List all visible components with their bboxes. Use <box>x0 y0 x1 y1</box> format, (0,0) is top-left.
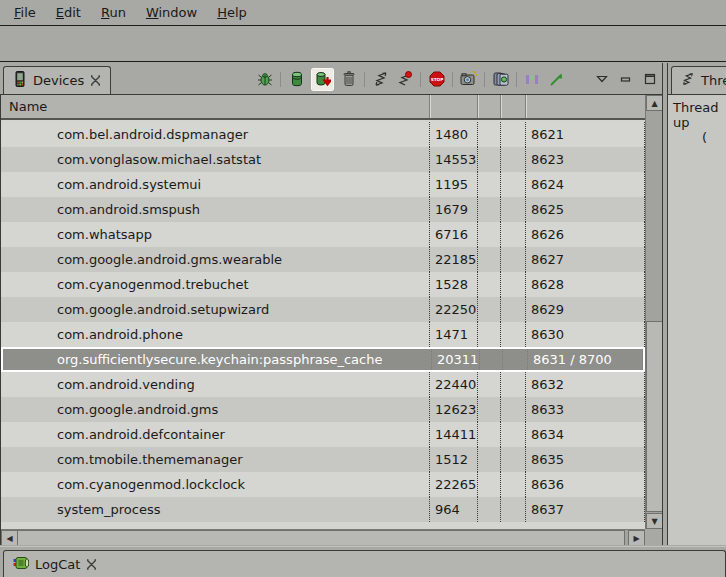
view-hierarchy-icon[interactable] <box>492 71 509 88</box>
column-header-3[interactable] <box>500 95 525 118</box>
row-port: 8628 <box>525 272 645 297</box>
tab-devices[interactable]: Devices <box>3 66 111 94</box>
scroll-right-button[interactable]: ▶ <box>628 530 645 545</box>
vertical-scrollbar-thumb[interactable] <box>646 321 662 512</box>
scroll-up-button[interactable]: ▲ <box>646 95 662 111</box>
row-empty-cell <box>500 247 525 272</box>
main-toolbar-strip <box>0 27 726 62</box>
row-pid: 964 <box>429 497 477 522</box>
horizontal-scrollbar[interactable]: ◀ ▶ <box>1 529 645 545</box>
toolbar-separator <box>484 72 485 87</box>
devices-toolbar: STOP <box>256 67 658 91</box>
row-empty-cell <box>500 297 525 322</box>
table-row[interactable]: com.android.defcontainer 14411 8634 <box>1 422 645 447</box>
row-package-name: com.google.android.setupwizard <box>1 297 429 322</box>
row-port: 8634 <box>525 422 645 447</box>
table-row[interactable]: com.android.phone 1471 8630 <box>1 322 645 347</box>
maximize-icon[interactable] <box>641 71 658 88</box>
toolbar-separator <box>280 72 281 87</box>
update-threads-icon[interactable] <box>372 71 389 88</box>
threads-tabstrip: Threads <box>668 63 726 95</box>
table-row[interactable]: com.vonglasow.michael.satstat 14553 8623 <box>1 147 645 172</box>
row-package-name: com.bel.android.dspmanager <box>1 122 429 147</box>
table-row[interactable]: com.cyanogenmod.lockclock 22265 8636 <box>1 472 645 497</box>
toolbar-separator <box>516 72 517 87</box>
column-header-2[interactable] <box>477 95 500 118</box>
horizontal-scrollbar-thumb[interactable] <box>17 530 625 545</box>
column-header-name[interactable]: Name <box>1 95 429 118</box>
row-empty-cell <box>500 197 525 222</box>
dump-hprof-icon[interactable] <box>314 71 331 88</box>
menu-edit[interactable]: Edit <box>46 3 91 22</box>
table-row[interactable]: com.google.android.gms.wearable 22185 86… <box>1 247 645 272</box>
threads-icon <box>681 72 695 89</box>
row-package-name: com.google.android.gms.wearable <box>1 247 429 272</box>
stop-process-icon[interactable]: STOP <box>428 71 445 88</box>
scroll-left-button[interactable]: ◀ <box>1 530 18 545</box>
row-pid: 22440 <box>429 372 477 397</box>
table-row[interactable]: com.bel.android.dspmanager 1480 8621 <box>1 122 645 147</box>
method-profiling-icon[interactable] <box>396 71 413 88</box>
table-row[interactable]: com.android.vending 22440 8632 <box>1 372 645 397</box>
row-pid: 22185 <box>429 247 477 272</box>
device-table: Name com.bel.android.dspmanager 1480 862… <box>0 95 662 545</box>
row-empty-cell <box>477 422 500 447</box>
systrace-icon[interactable] <box>524 71 541 88</box>
table-row[interactable]: com.android.smspush 1679 8625 <box>1 197 645 222</box>
table-row[interactable]: com.cyanogenmod.trebuchet 1528 8628 <box>1 272 645 297</box>
row-port: 8636 <box>525 472 645 497</box>
column-header-pid[interactable] <box>429 95 477 118</box>
row-empty-cell <box>500 397 525 422</box>
screen-capture-icon[interactable] <box>460 71 477 88</box>
close-icon[interactable] <box>90 75 101 86</box>
row-pid: 12623 <box>429 397 477 422</box>
row-empty-cell <box>477 197 500 222</box>
menu-file[interactable]: File <box>4 3 46 22</box>
row-empty-cell <box>502 349 527 370</box>
view-menu-icon[interactable] <box>593 71 610 88</box>
table-row[interactable]: system_process 964 8637 <box>1 497 645 522</box>
minimize-icon[interactable] <box>617 71 634 88</box>
menu-run[interactable]: Run <box>91 3 136 22</box>
row-empty-cell <box>500 472 525 497</box>
tab-threads[interactable]: Threads <box>671 66 726 94</box>
row-pid: 1512 <box>429 447 477 472</box>
toolbar-separator <box>452 72 453 87</box>
row-package-name: com.tmobile.thememanager <box>1 447 429 472</box>
opengl-trace-icon[interactable] <box>548 71 565 88</box>
debug-process-icon[interactable] <box>256 71 273 88</box>
table-row[interactable]: com.google.android.setupwizard 22250 862… <box>1 297 645 322</box>
row-port: 8625 <box>525 197 645 222</box>
row-package-name: com.cyanogenmod.trebuchet <box>1 272 429 297</box>
row-port: 8623 <box>525 147 645 172</box>
row-empty-cell <box>500 222 525 247</box>
row-pid: 20311 <box>431 349 479 370</box>
scrollbar-corner <box>645 529 662 545</box>
menu-help[interactable]: Help <box>207 3 257 22</box>
devices-view: Devices <box>0 63 663 545</box>
table-row[interactable]: com.tmobile.thememanager 1512 8635 <box>1 447 645 472</box>
row-package-name: com.android.phone <box>1 322 429 347</box>
row-package-name: com.cyanogenmod.lockclock <box>1 472 429 497</box>
logcat-icon <box>13 556 29 573</box>
device-phone-icon <box>13 71 27 90</box>
update-heap-icon[interactable] <box>288 71 305 88</box>
cause-gc-icon[interactable] <box>340 71 357 88</box>
column-header-port[interactable] <box>525 95 645 118</box>
table-row[interactable]: com.google.android.gms 12623 8633 <box>1 397 645 422</box>
row-package-name: org.sufficientlysecure.keychain:passphra… <box>3 349 431 370</box>
menu-window[interactable]: Window <box>136 3 207 22</box>
tab-devices-label: Devices <box>33 73 84 88</box>
scroll-down-button[interactable]: ▼ <box>646 513 662 529</box>
tab-logcat[interactable]: LogCat <box>3 550 726 577</box>
table-row[interactable]: com.whatsapp 6716 8626 <box>1 222 645 247</box>
row-port: 8626 <box>525 222 645 247</box>
row-empty-cell <box>479 349 502 370</box>
table-row[interactable]: org.sufficientlysecure.keychain:passphra… <box>1 347 645 372</box>
vertical-scrollbar[interactable]: ▲ ▼ <box>645 95 662 529</box>
close-icon[interactable] <box>86 559 97 570</box>
main-area: Devices <box>0 63 726 545</box>
device-table-header: Name <box>1 95 645 120</box>
table-row[interactable]: com.android.systemui 1195 8624 <box>1 172 645 197</box>
row-package-name: com.android.systemui <box>1 172 429 197</box>
